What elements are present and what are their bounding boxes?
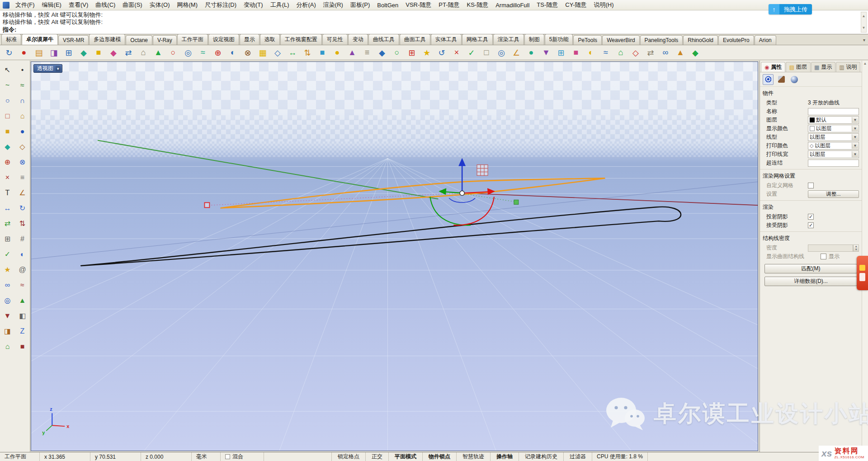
menu-item[interactable]: 网格(M) [173, 0, 201, 10]
toolbar-icon[interactable]: ▲ [346, 47, 359, 59]
sidebar-tool-icon[interactable]: ⌂ [1, 340, 14, 353]
toolbar-tab[interactable]: 多边形建模 [89, 34, 125, 45]
toolbar-tab[interactable]: 标准 [1, 34, 21, 45]
toolbar-icon[interactable]: ⊕ [212, 47, 224, 59]
sidebar-tool-icon[interactable]: ≡ [16, 171, 28, 183]
toolbar-icon[interactable]: ◇ [629, 47, 642, 59]
scroll-up-icon[interactable]: ▲ [863, 61, 867, 66]
menu-item[interactable]: 曲面(S) [119, 0, 146, 10]
sidebar-tool-icon[interactable]: ■ [16, 340, 28, 353]
toolbar-icon[interactable]: ∞ [659, 47, 672, 59]
toolbar-icon[interactable]: ◆ [376, 47, 388, 59]
toolbar-icon[interactable]: ○ [391, 47, 403, 59]
status-toggle[interactable]: 智慧轨迹 [457, 452, 491, 461]
print-color-select[interactable]: ◇ 以图层 ▼ [808, 142, 859, 150]
toolbar-tab[interactable]: WeaverBird [602, 35, 639, 45]
menu-item[interactable]: PT-随意 [435, 0, 463, 10]
toolbar-icon[interactable]: ◐ [226, 47, 239, 59]
toolbar-icon[interactable]: ⊞ [62, 47, 75, 59]
toolbar-icon[interactable]: ✓ [465, 47, 478, 59]
cplane-button[interactable]: 工作平面 [0, 452, 40, 461]
chevron-down-icon[interactable]: ▼ [852, 134, 858, 140]
sidebar-tool-icon[interactable]: ∞ [1, 279, 14, 291]
menu-item[interactable]: 实体(O) [146, 0, 174, 10]
menu-item[interactable]: CY-随意 [561, 0, 590, 10]
gumball-rotate-red-arc[interactable] [453, 197, 494, 225]
toolbar-tab[interactable]: Arion [755, 35, 776, 45]
gumball-center-handle[interactable] [460, 191, 464, 195]
toolbar-icon[interactable]: × [450, 47, 463, 59]
toolbar-icon[interactable]: ∠ [510, 47, 523, 59]
toolbar-tab[interactable]: VSR-MR [58, 35, 89, 45]
layer-select[interactable]: 默认 ▼ [808, 116, 859, 124]
sidebar-tool-icon[interactable]: □ [1, 110, 14, 122]
menu-item[interactable]: 工具(L) [267, 0, 293, 10]
sidebar-tool-icon[interactable]: ⇄ [1, 217, 14, 230]
toolbar-icon[interactable]: ◨ [47, 47, 60, 59]
print-width-select[interactable]: 以图层 ▼ [808, 151, 859, 158]
toolbar-tab[interactable]: 制图 [524, 34, 544, 45]
spin-up-icon[interactable]: ▲ [855, 245, 858, 248]
menu-item[interactable]: 尺寸标注(D) [201, 0, 240, 10]
sidebar-tool-icon[interactable]: ~ [1, 79, 14, 91]
menu-item[interactable]: 说明(H) [590, 0, 618, 10]
toolbar-tab[interactable]: 卓尔谟犀牛 [22, 34, 58, 45]
toolbar-tab[interactable]: 实体工具 [431, 34, 462, 45]
toolbar-tab[interactable]: Octane [126, 35, 152, 45]
status-toggle[interactable]: 物件锁点 [423, 452, 457, 461]
sidebar-tool-icon[interactable]: ◇ [16, 141, 28, 153]
sidebar-tool-icon[interactable]: ↖ [1, 64, 14, 76]
sidebar-tool-icon[interactable]: ★ [1, 263, 14, 276]
status-toggle[interactable]: 平面模式 [389, 452, 423, 461]
gumball-rotate-green-arc[interactable] [430, 197, 471, 225]
sidebar-tool-icon[interactable]: ⊞ [1, 233, 14, 245]
toolbar-icon[interactable]: ◇ [271, 47, 284, 59]
menu-item[interactable]: KS-随意 [463, 0, 492, 10]
panel-tab[interactable]: ▥ 说明 [836, 62, 860, 72]
toolbar-icon[interactable]: ↻ [3, 47, 15, 59]
current-layer-button[interactable]: 混合 [221, 452, 264, 461]
status-toggle[interactable]: 过滤器 [564, 452, 592, 461]
sidebar-tool-icon[interactable]: ○ [1, 94, 14, 107]
toolbar-icon[interactable]: ↔ [286, 47, 299, 59]
menu-item[interactable]: 面板(P) [347, 0, 373, 10]
adjust-button[interactable]: 调整... [808, 190, 859, 198]
toolbar-icon[interactable]: ⇄ [644, 47, 657, 59]
toolbar-icon[interactable]: ⊗ [241, 47, 254, 59]
toolbar-icon[interactable]: ■ [316, 47, 329, 59]
toolbar-tab[interactable]: 曲面工具 [400, 34, 430, 45]
toolbar-icon[interactable]: ● [18, 47, 30, 59]
sidebar-tool-icon[interactable]: • [16, 64, 28, 76]
command-prompt-input[interactable]: 指令: [3, 26, 868, 33]
toolbar-icon[interactable]: ■ [92, 47, 105, 59]
gumball-handle-green-square[interactable] [514, 200, 519, 204]
toolbar-tab[interactable]: 可见性 [322, 34, 348, 45]
chevron-down-icon[interactable]: ▼ [852, 117, 858, 123]
sidebar-tool-icon[interactable]: ↻ [16, 202, 28, 214]
sidebar-tool-icon[interactable]: ■ [1, 125, 14, 137]
toolbar-tab[interactable]: 工作平面 [177, 34, 208, 45]
floating-shortcut-widget[interactable] [857, 256, 868, 290]
status-toggle[interactable]: 记录建构历史 [519, 452, 564, 461]
viewport-title-button[interactable]: 透视图 ▾ [33, 64, 62, 73]
sidebar-tool-icon[interactable]: ● [16, 125, 28, 137]
sidebar-tool-icon[interactable]: ▼ [1, 310, 14, 322]
toolbar-tab[interactable]: 显示 [240, 34, 259, 45]
sidebar-tool-icon[interactable]: ≈ [16, 79, 28, 91]
toolbar-tab[interactable]: V-Ray [153, 35, 177, 45]
toolbar-icon[interactable]: ◆ [77, 47, 90, 59]
sidebar-tool-icon[interactable]: ◆ [1, 141, 14, 153]
toolbar-tab[interactable]: RhinoGold [683, 35, 718, 45]
scroll-up-icon[interactable]: ▲ [862, 13, 866, 20]
status-toggle[interactable]: 锁定格点 [332, 452, 366, 461]
toolbar-icon[interactable]: ○ [167, 47, 179, 59]
linetype-select[interactable]: 以图层 ▼ [808, 133, 859, 141]
menu-item[interactable]: 编辑(E) [38, 0, 65, 10]
custom-mesh-checkbox[interactable] [808, 183, 814, 188]
sidebar-tool-icon[interactable]: ∩ [16, 94, 28, 107]
gumball-handle-red-square[interactable] [204, 202, 209, 207]
toolbar-icon[interactable]: ◆ [107, 47, 120, 59]
sidebar-tool-icon[interactable]: ◐ [16, 248, 28, 260]
toolbar-tab[interactable]: 选取 [260, 34, 280, 45]
toolbar-tab[interactable]: PanelingTools [640, 35, 683, 45]
